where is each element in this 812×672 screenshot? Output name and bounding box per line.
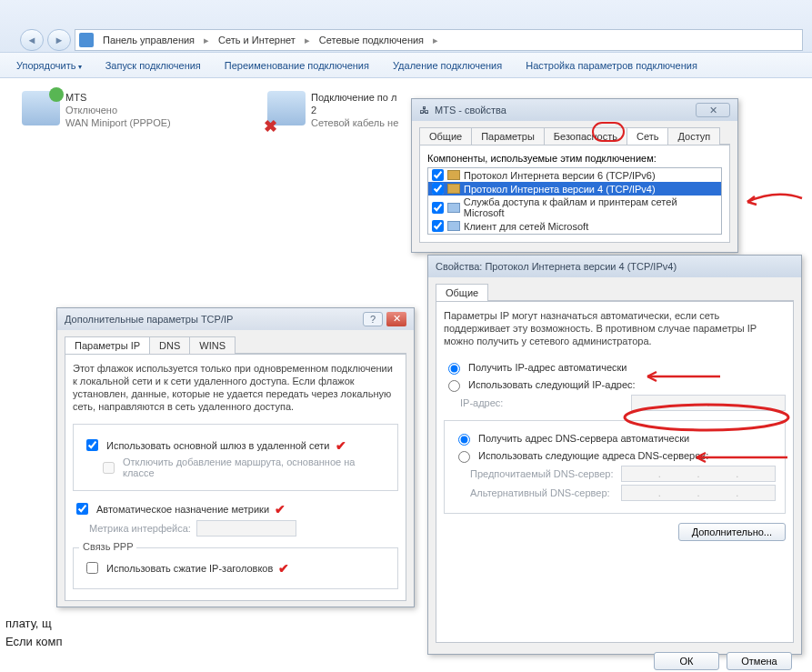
annotation-arrow-icon [740,187,804,211]
command-toolbar: Упорядочить Запуск подключения Переимено… [0,53,812,78]
connection-status: Отключено [65,104,171,116]
checkbox[interactable] [432,169,444,181]
dialog-titlebar[interactable]: Дополнительные параметры TCP/IP ? ✕ [57,308,414,330]
background-text: плату, щ [5,617,52,630]
preferred-dns-field: ... [621,466,776,482]
radio-label: Получить IP-адрес автоматически [468,362,627,373]
client-icon [447,221,460,231]
metric-label: Метрика интерфейса: [89,523,191,534]
connection-name: Подключение по л [311,91,398,104]
breadcrumb-sep-icon: ▸ [305,35,310,46]
address-bar[interactable]: Панель управления ▸ Сеть и Интернет ▸ Се… [75,29,803,51]
dialog-title: Свойства: Протокол Интернета версии 4 (T… [436,261,677,272]
tab-network[interactable]: Сеть [627,127,668,145]
tabstrip: Параметры IP DNS WINS [65,336,406,354]
close-button[interactable]: ✕ [696,103,730,117]
annotation-check-icon: ✔ [275,502,286,517]
nav-back-button[interactable]: ◄ [20,29,44,51]
organize-menu[interactable]: Упорядочить [16,60,82,71]
connection-icon [22,91,60,125]
dialog-title: MTS - свойства [435,105,506,115]
tab-ip-settings[interactable]: Параметры IP [65,336,150,354]
item-label: Протокол Интернета версии 6 (TCP/IPv6) [464,170,656,181]
advanced-button[interactable]: Дополнительно... [678,523,786,541]
list-item-ipv4[interactable]: Протокол Интернета версии 4 (TCP/IPv4) [428,182,721,196]
cancel-button[interactable]: Отмена [727,652,792,670]
breadcrumb-control-panel[interactable]: Панель управления [99,35,198,45]
checkbox[interactable] [432,220,444,232]
close-button[interactable]: ✕ [386,312,406,326]
ip-address-label: IP-адрес: [460,397,503,408]
radio-label: Использовать следующие адреса DNS-сервер… [478,450,708,461]
ok-button[interactable]: ОК [654,652,719,670]
gateway-group: Использовать основной шлюз в удаленной с… [73,424,398,491]
ppp-legend: Связь PPP [79,541,136,552]
description-text: Параметры IP могут назначаться автоматич… [444,309,786,347]
list-item-ms-client[interactable]: Клиент для сетей Microsoft [428,219,721,233]
tab-access[interactable]: Доступ [667,127,720,145]
connection-name: MTS [65,91,171,104]
advanced-tcpip-dialog: Дополнительные параметры TCP/IP ? ✕ Пара… [56,307,415,607]
mts-properties-dialog: 🖧 MTS - свойства ✕ Общие Параметры Безоп… [411,98,738,253]
tabstrip: Общие Параметры Безопасность Сеть Доступ [419,126,730,145]
help-button[interactable]: ? [363,312,383,326]
dialog-titlebar[interactable]: 🖧 MTS - свойства ✕ [412,99,737,121]
background-text: Если комп [5,635,63,648]
radio-label: Использовать следующий IP-адрес: [468,379,636,390]
alternate-dns-field: ... [621,485,776,501]
delete-connection-button[interactable]: Удаление подключения [393,60,502,71]
alternate-dns-label: Альтернативный DNS-сервер: [470,487,610,498]
tabstrip: Общие [436,283,794,301]
checkbox-auto-metric[interactable] [76,503,88,515]
item-label: Клиент для сетей Microsoft [464,221,588,232]
list-item-ipv6[interactable]: Протокол Интернета версии 6 (TCP/IPv6) [428,168,721,182]
control-panel-icon [79,33,94,47]
error-x-icon: ✖ [264,116,277,136]
components-list[interactable]: Протокол Интернета версии 6 (TCP/IPv6) П… [427,167,722,235]
checkbox-ip-compress[interactable] [86,562,98,574]
list-item-file-sharing[interactable]: Служба доступа к файлам и принтерам сете… [428,196,721,219]
checkbox-label: Отключить добавление маршрута, основанно… [123,456,388,478]
radio-manual-dns[interactable] [458,451,470,463]
annotation-check-icon: ✔ [336,438,346,453]
breadcrumb-connections[interactable]: Сетевые подключения [316,35,427,45]
breadcrumb-sep-icon: ▸ [433,35,438,46]
radio-manual-ip[interactable] [448,380,460,392]
connection-line2: 2 [311,104,398,116]
ip-settings-panel: Этот флажок используется только при одно… [65,354,406,601]
tab-general[interactable]: Общие [436,284,488,301]
description-text: Этот флажок используется только при одно… [73,362,398,413]
checkbox-disable-route [103,462,115,474]
dns-group: Получить адрес DNS-сервера автоматически… [444,420,786,514]
checkbox[interactable] [432,202,444,214]
explorer-header: ◄ ► Панель управления ▸ Сеть и Интернет … [0,0,812,53]
ip-address-field: ... [631,395,786,411]
preferred-dns-label: Предпочитаемый DNS-сервер: [470,468,613,479]
dialog-title: Дополнительные параметры TCP/IP [65,314,233,325]
checkbox-label: Автоматическое назначение метрики [96,504,269,515]
checkbox-label: Использовать основной шлюз в удаленной с… [106,440,330,451]
general-tab-panel: Параметры IP могут назначаться автоматич… [436,301,794,643]
connection-settings-button[interactable]: Настройка параметров подключения [526,60,697,71]
network-icon: 🖧 [419,105,429,115]
breadcrumb-sep-icon: ▸ [204,35,209,46]
dialog-titlebar[interactable]: Свойства: Протокол Интернета версии 4 (T… [428,256,801,277]
connection-device: WAN Miniport (PPPOE) [65,116,171,129]
status-badge-ok-icon [49,87,64,102]
tab-security[interactable]: Безопасность [544,127,627,145]
radio-auto-dns[interactable] [458,434,470,446]
nav-forward-button[interactable]: ► [47,29,71,51]
tab-general[interactable]: Общие [419,127,472,145]
checkbox[interactable] [432,183,444,195]
tab-parameters[interactable]: Параметры [471,127,545,145]
tab-dns[interactable]: DNS [149,336,190,354]
start-connection-button[interactable]: Запуск подключения [105,60,201,71]
checkbox-label: Использовать сжатие IP-заголовков [106,563,273,574]
network-tab-panel: Компоненты, используемые этим подключени… [419,145,730,243]
connection-item-mts[interactable]: MTS Отключено WAN Miniport (PPPOE) [22,91,249,156]
radio-auto-ip[interactable] [448,363,460,375]
breadcrumb-network[interactable]: Сеть и Интернет [215,35,299,45]
checkbox-use-gateway[interactable] [86,439,98,451]
tab-wins[interactable]: WINS [189,336,236,354]
rename-connection-button[interactable]: Переименование подключения [225,60,369,71]
